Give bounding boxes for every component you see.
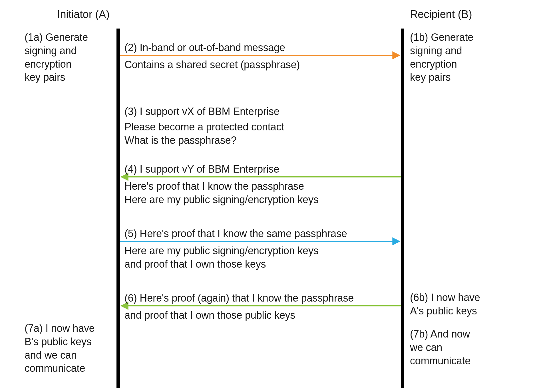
- msg-6-below: and proof that I own those public keys: [124, 309, 295, 322]
- msg-6-above: (6) Here's proof (again) that I know the…: [124, 292, 354, 305]
- msg-4-above: (4) I support vY of BBM Enterprise: [124, 163, 279, 176]
- msg-2-above: (2) In-band or out-of-band message: [124, 41, 285, 54]
- msg-3-below: Please become a protected contact What i…: [124, 120, 284, 147]
- msg-3-above: (3) I support vX of BBM Enterprise: [124, 105, 279, 118]
- msg-2-below: Contains a shared secret (passphrase): [124, 58, 300, 72]
- sequence-diagram: Initiator (A) Recipient (B) (1a) Generat…: [0, 0, 557, 392]
- msg-5-above: (5) Here's proof that I know the same pa…: [124, 227, 347, 241]
- msg-4-below: Here's proof that I know the passphrase …: [124, 180, 319, 207]
- msg-5-below: Here are my public signing/encryption ke…: [124, 244, 319, 271]
